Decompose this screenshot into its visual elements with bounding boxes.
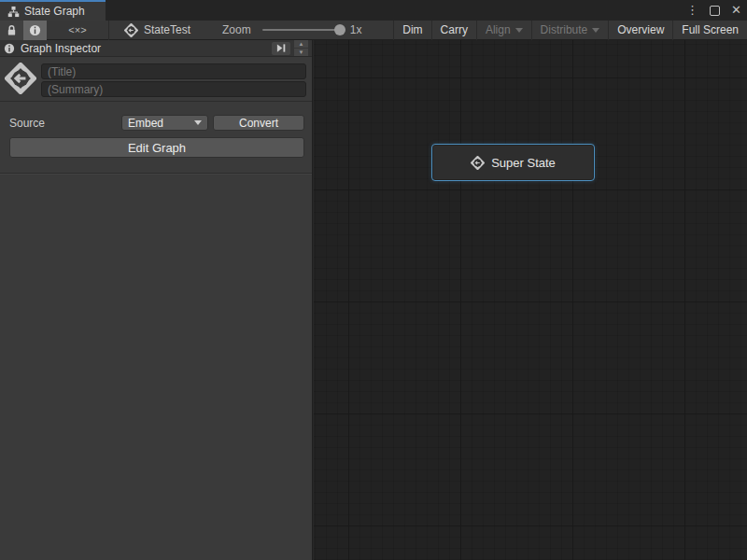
- graph-toolbar: <×> StateTest Zoom 1x Dim Carry Align: [0, 21, 747, 40]
- graph-inspector-panel: Graph Inspector ▲ ▼ Source Embed: [0, 40, 313, 560]
- zoom-label: Zoom: [222, 23, 251, 36]
- state-graph-icon: [124, 23, 138, 37]
- code-icon: <×>: [68, 24, 86, 35]
- info-toggle-button[interactable]: [23, 21, 47, 40]
- code-view-button[interactable]: <×>: [47, 21, 108, 40]
- source-dropdown-value: Embed: [128, 117, 163, 130]
- zoom-value: 1x: [350, 23, 362, 36]
- hierarchy-icon: [7, 6, 20, 18]
- convert-button[interactable]: Convert: [213, 115, 304, 131]
- graph-canvas[interactable]: Super State: [314, 40, 747, 560]
- pin-panel-button[interactable]: [272, 42, 290, 55]
- distribute-button[interactable]: Distribute: [531, 21, 609, 40]
- window-tab-bar: State Graph ⋮ ✕: [0, 0, 747, 21]
- zoom-slider-thumb[interactable]: [334, 24, 345, 35]
- node-label: Super State: [491, 156, 556, 170]
- inspector-title: Graph Inspector: [21, 42, 101, 55]
- scroll-down-button[interactable]: ▼: [294, 49, 308, 56]
- close-icon[interactable]: ✕: [731, 0, 741, 21]
- source-label: Source: [9, 117, 45, 130]
- zoom-control: Zoom 1x: [222, 23, 361, 36]
- align-button[interactable]: Align: [476, 21, 531, 40]
- divider: [0, 173, 312, 174]
- chevron-down-icon: [592, 28, 599, 33]
- full-screen-button[interactable]: Full Screen: [672, 21, 747, 40]
- info-icon: [29, 24, 41, 36]
- tab-state-graph[interactable]: State Graph: [0, 0, 106, 21]
- chevron-down-icon: [194, 120, 202, 125]
- dim-button[interactable]: Dim: [393, 21, 430, 40]
- panel-scroll-stepper: ▲ ▼: [294, 40, 308, 56]
- chevron-down-icon: [515, 28, 523, 33]
- inspector-header: Graph Inspector ▲ ▼: [0, 40, 312, 57]
- state-graph-icon: [5, 63, 36, 94]
- edit-graph-button[interactable]: Edit Graph: [9, 137, 304, 158]
- window-menu-icon[interactable]: ⋮: [686, 0, 698, 21]
- breadcrumb-label: StateTest: [144, 23, 190, 36]
- window-controls: ⋮ ✕: [686, 0, 741, 21]
- maximize-icon[interactable]: [710, 6, 720, 16]
- source-dropdown[interactable]: Embed: [121, 115, 208, 131]
- title-field[interactable]: [41, 63, 306, 79]
- tab-label: State Graph: [24, 5, 85, 18]
- info-icon: [4, 43, 15, 54]
- summary-field[interactable]: [41, 81, 306, 97]
- divider: [0, 101, 312, 102]
- skip-end-icon: [275, 43, 287, 53]
- super-state-node[interactable]: Super State: [431, 144, 595, 181]
- carry-button[interactable]: Carry: [431, 21, 476, 40]
- zoom-slider[interactable]: [262, 29, 341, 31]
- breadcrumb[interactable]: StateTest: [109, 23, 200, 37]
- state-graph-icon: [471, 156, 485, 170]
- lock-icon: [7, 24, 17, 36]
- lock-button[interactable]: [0, 21, 23, 40]
- toolbar-right-group: Dim Carry Align Distribute Overview Full…: [393, 21, 747, 40]
- scroll-up-button[interactable]: ▲: [294, 40, 308, 48]
- overview-button[interactable]: Overview: [608, 21, 672, 40]
